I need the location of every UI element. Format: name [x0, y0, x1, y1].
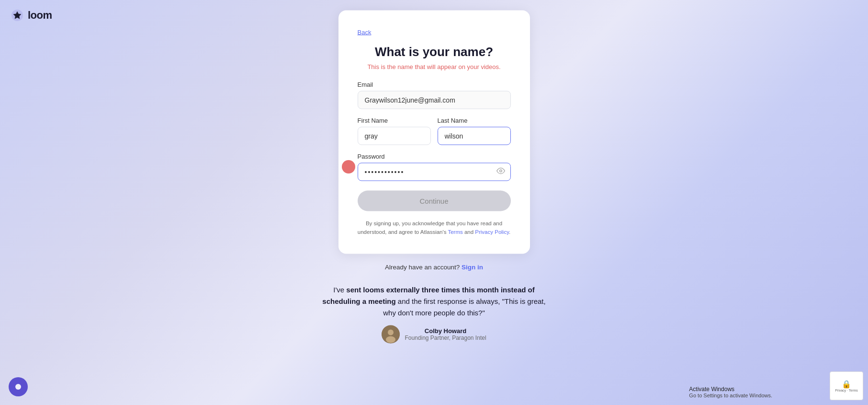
- main-content: Back What is your name? This is the name…: [319, 10, 549, 343]
- already-account-section: Already have an account? Sign in: [385, 263, 483, 270]
- testimonial-author: Colby Howard Founding Partner, Paragon I…: [319, 325, 549, 343]
- privacy-link[interactable]: Privacy Policy: [475, 229, 509, 235]
- testimonial-section: I've sent looms externally three times t…: [319, 284, 549, 343]
- svg-point-3: [388, 329, 394, 335]
- author-title: Founding Partner, Paragon Intel: [405, 335, 486, 341]
- email-label: Email: [358, 81, 511, 88]
- card-subtitle: This is the name that will appear on you…: [358, 63, 511, 70]
- svg-point-1: [499, 170, 502, 172]
- svg-point-0: [16, 14, 19, 17]
- first-name-field[interactable]: [358, 127, 431, 145]
- loom-logo-icon: [11, 9, 24, 22]
- first-name-group: First Name: [358, 116, 431, 145]
- password-group: Password: [358, 152, 511, 181]
- password-field[interactable]: [358, 162, 511, 181]
- author-name: Colby Howard: [405, 327, 486, 335]
- password-label: Password: [358, 152, 511, 160]
- sign-in-link[interactable]: Sign in: [462, 263, 483, 270]
- last-name-label: Last Name: [438, 116, 511, 124]
- signup-card: Back What is your name? This is the name…: [338, 10, 530, 254]
- email-group: Email: [358, 81, 511, 109]
- name-row: First Name Last Name: [358, 116, 511, 145]
- svg-point-4: [386, 336, 395, 343]
- continue-button[interactable]: Continue: [358, 190, 511, 211]
- back-link[interactable]: Back: [358, 28, 372, 35]
- password-wrapper: [358, 162, 511, 181]
- terms-link[interactable]: Terms: [448, 229, 462, 235]
- recaptcha-badge: 🔒 Privacy · Terms: [830, 371, 863, 400]
- windows-activation: Activate Windows Go to Settings to activ…: [689, 386, 772, 398]
- toggle-password-icon[interactable]: [496, 166, 505, 177]
- logo-text: loom: [28, 9, 52, 22]
- author-avatar: [382, 325, 400, 343]
- card-title: What is your name?: [358, 44, 511, 59]
- testimonial-text: I've sent looms externally three times t…: [319, 284, 549, 318]
- logo: loom: [11, 9, 52, 22]
- bottom-left-circle: [9, 377, 28, 396]
- svg-point-5: [15, 384, 21, 390]
- terms-text: By signing up, you acknowledge that you …: [358, 219, 511, 236]
- author-info: Colby Howard Founding Partner, Paragon I…: [405, 327, 486, 341]
- first-name-label: First Name: [358, 116, 431, 124]
- last-name-field[interactable]: [438, 127, 511, 145]
- email-field[interactable]: [358, 91, 511, 109]
- last-name-group: Last Name: [438, 116, 511, 145]
